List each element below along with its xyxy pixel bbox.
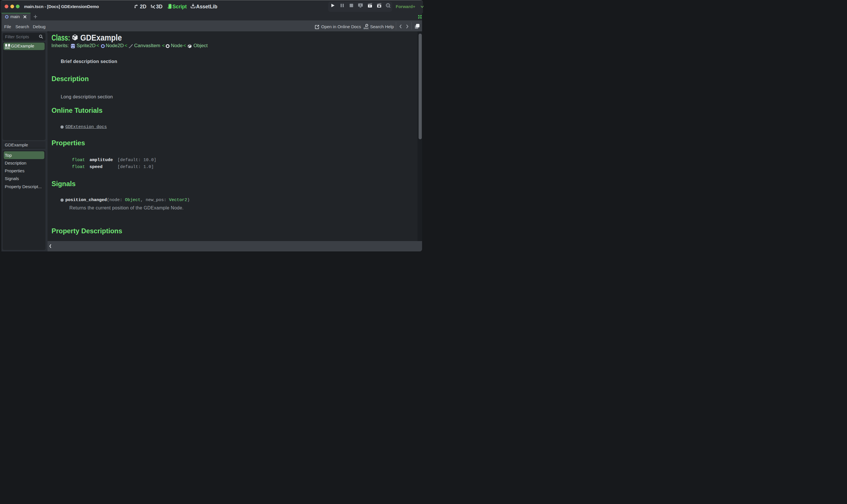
svg-text:DOC: DOC: [364, 27, 368, 29]
svg-text:DOC: DOC: [5, 47, 10, 49]
